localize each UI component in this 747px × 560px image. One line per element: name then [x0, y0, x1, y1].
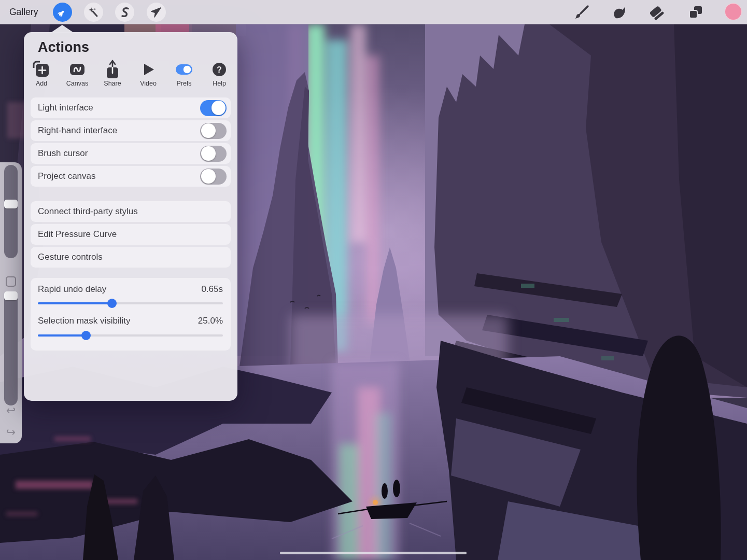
- selection-mask-visibility-value: 25.0%: [198, 316, 223, 326]
- canvas-icon: [68, 61, 87, 78]
- tab-help-label: Help: [204, 80, 235, 87]
- slider-thumb[interactable]: [107, 299, 117, 308]
- slider-group: Rapid undo delay 0.65s Selection mask vi…: [31, 278, 231, 351]
- toggle-knob: [201, 123, 216, 138]
- wrench-icon: [57, 7, 68, 18]
- brush-opacity-handle[interactable]: [4, 291, 18, 300]
- svg-text:?: ?: [217, 65, 222, 74]
- tab-video-label: Video: [133, 80, 164, 87]
- button-label: Connect third-party stylus: [38, 201, 138, 222]
- adjustments-button[interactable]: [115, 3, 134, 22]
- tab-prefs[interactable]: Prefs: [168, 61, 200, 87]
- selection-button[interactable]: [147, 3, 166, 22]
- brush-sidebar: ↩ ↪: [0, 162, 22, 443]
- slider-fill: [38, 302, 112, 304]
- brush-size-handle[interactable]: [4, 200, 18, 208]
- add-canvas-icon: [32, 61, 51, 78]
- tab-add-label: Add: [26, 80, 57, 87]
- redo-button[interactable]: ↪: [0, 426, 22, 439]
- connect-stylus-button[interactable]: Connect third-party stylus: [31, 201, 231, 222]
- brush-opacity-slider[interactable]: [4, 291, 18, 405]
- tab-video[interactable]: Video: [133, 61, 164, 87]
- modify-button[interactable]: [6, 276, 16, 287]
- eraser-icon: [647, 4, 665, 21]
- slider-thumb[interactable]: [81, 331, 91, 340]
- toggle-knob: [201, 146, 216, 161]
- toggle-row-light-interface: Light interface: [31, 97, 231, 118]
- actions-wrench-button[interactable]: [53, 3, 72, 22]
- right-hand-interface-toggle[interactable]: [200, 123, 227, 139]
- toggle-label: Brush cursor: [38, 143, 88, 164]
- popover-arrow: [51, 25, 74, 33]
- tab-add[interactable]: Add: [26, 61, 57, 87]
- edit-pressure-curve-button[interactable]: Edit Pressure Curve: [31, 224, 231, 245]
- current-color-swatch[interactable]: [725, 3, 742, 20]
- prefs-toggle-icon: [174, 61, 194, 78]
- top-toolbar: Gallery: [0, 0, 747, 24]
- toggle-knob: [212, 101, 226, 115]
- smudge-icon: [610, 4, 628, 21]
- procreate-app: Gallery: [0, 0, 747, 560]
- toggle-label: Project canvas: [38, 166, 96, 187]
- brush-size-slider[interactable]: [4, 165, 18, 258]
- share-icon: [103, 60, 122, 79]
- popover-title: Actions: [38, 39, 89, 55]
- paintbrush-icon: [573, 4, 590, 21]
- magic-wand-icon: [88, 6, 100, 19]
- layers-button[interactable]: [686, 3, 706, 22]
- toggle-label: Light interface: [38, 97, 93, 118]
- button-label: Gesture controls: [38, 247, 103, 268]
- light-interface-toggle[interactable]: [200, 100, 227, 116]
- actions-popover: Actions Add Canvas Share: [24, 32, 237, 401]
- video-play-icon: [139, 61, 157, 78]
- gesture-controls-button[interactable]: Gesture controls: [31, 247, 231, 268]
- smudge-tool-button[interactable]: [609, 3, 629, 22]
- paint-tool-button[interactable]: [572, 3, 591, 22]
- help-icon: ?: [210, 61, 228, 78]
- toggle-knob: [201, 169, 216, 184]
- tab-share[interactable]: Share: [97, 61, 128, 87]
- rapid-undo-delay-label: Rapid undo delay: [38, 284, 106, 295]
- project-canvas-toggle[interactable]: [200, 169, 227, 185]
- tab-prefs-label: Prefs: [168, 80, 200, 87]
- gallery-button[interactable]: Gallery: [9, 0, 38, 24]
- selection-mask-visibility-slider[interactable]: [38, 334, 223, 337]
- toggle-row-project-canvas: Project canvas: [31, 166, 231, 187]
- erase-tool-button[interactable]: [646, 3, 666, 22]
- selection-mask-visibility-label: Selection mask visibility: [38, 316, 131, 326]
- adjustments-wand-button[interactable]: [84, 3, 103, 22]
- rapid-undo-delay-slider[interactable]: [38, 302, 223, 304]
- toggle-row-right-hand-interface: Right-hand interface: [31, 120, 231, 141]
- button-label: Edit Pressure Curve: [38, 224, 117, 245]
- undo-button[interactable]: ↩: [0, 404, 22, 417]
- home-indicator[interactable]: [280, 552, 467, 554]
- tab-share-label: Share: [97, 80, 128, 87]
- selection-arrow-icon: [150, 6, 162, 19]
- tab-canvas-label: Canvas: [62, 80, 93, 87]
- slider-fill: [38, 334, 86, 337]
- brush-cursor-toggle[interactable]: [200, 146, 227, 162]
- toggle-row-brush-cursor: Brush cursor: [31, 143, 231, 164]
- adjustments-icon: [119, 6, 131, 19]
- toggle-label: Right-hand interface: [38, 120, 117, 141]
- rapid-undo-delay-value: 0.65s: [201, 284, 223, 295]
- tab-canvas[interactable]: Canvas: [62, 61, 93, 87]
- layers-icon: [687, 4, 704, 21]
- tab-help[interactable]: ? Help: [204, 61, 235, 87]
